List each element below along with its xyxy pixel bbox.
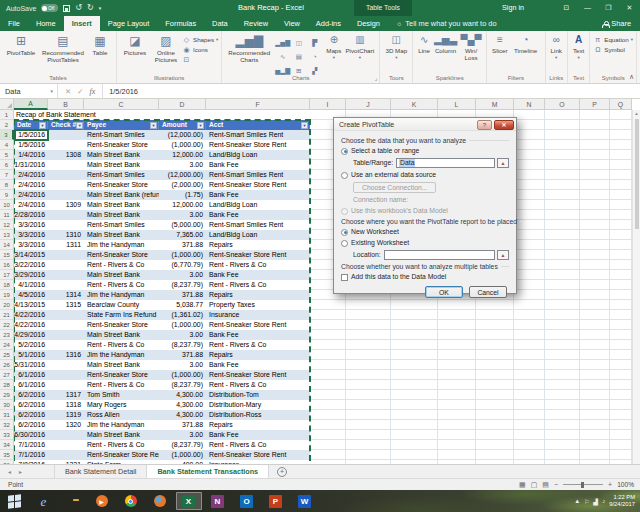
cell[interactable]: 3.00 [159,210,206,220]
cell[interactable] [48,220,84,230]
cell[interactable]: Rent - Rivers & Co [206,260,310,270]
cell[interactable]: (8,237.79) [159,340,206,350]
row-header-1[interactable]: 1 [0,110,14,120]
cell[interactable]: 7,365.00 [159,230,206,240]
pivottable-button[interactable]: ⊞PivotTable [3,33,39,56]
row-header-23[interactable]: 23 [0,330,14,340]
cell[interactable]: Rent - Rivers & Co [84,380,159,390]
cell[interactable]: 6/2/2016 [14,390,48,400]
customize-qat-icon[interactable]: ▾ [99,4,102,12]
cell-a1[interactable]: Recap of Bank Statement [14,110,310,120]
cell[interactable]: 4/13/2015 [14,300,48,310]
cell[interactable]: 1317 [48,390,84,400]
cell[interactable]: State Farm Ins Refund [84,310,159,320]
cell[interactable] [48,380,84,390]
cell[interactable]: (1,000.00) [159,450,206,460]
location-range-selector-icon[interactable]: ▲ [497,250,509,260]
cell[interactable]: Jim the Handyman [84,290,159,300]
column-header-q[interactable]: Q [610,99,632,110]
start-button[interactable] [2,492,28,510]
cell[interactable]: 3.00 [159,160,206,170]
cell[interactable]: (8,237.79) [159,380,206,390]
dialog-close-button[interactable]: ✕ [494,120,514,130]
cell[interactable]: 1310 [48,230,84,240]
dialog-launcher-icon[interactable]: ⌟ [374,74,377,83]
zoom-in-icon[interactable]: + [608,481,612,488]
row-header-17[interactable]: 17 [0,270,14,280]
cell[interactable]: (1.75) [159,190,206,200]
cell[interactable]: 12,000.00 [159,150,206,160]
enter-entry-icon[interactable]: ✓ [77,87,83,96]
autosave-toggle[interactable]: Off [41,4,58,12]
cell[interactable]: 1309 [48,200,84,210]
cell[interactable]: Jim the Handyman [84,420,159,430]
cell[interactable]: Main Street Bank [84,210,159,220]
cell[interactable]: 5/1/2016 [14,350,48,360]
row-header-22[interactable]: 22 [0,320,14,330]
cell[interactable] [48,340,84,350]
taskbar-powerpoint[interactable]: P [263,492,289,510]
row-header-28[interactable]: 28 [0,380,14,390]
cell[interactable]: Rent-Sneaker Store Rent [206,370,310,380]
cell[interactable]: 4/1/2016 [14,280,48,290]
cell[interactable]: 4/22/2016 [14,310,48,320]
cell[interactable]: Distribution-Tom [206,390,310,400]
cell[interactable]: Main Street Bank [84,330,159,340]
cell[interactable]: Rent-Sneaker Store [84,140,159,150]
redo-icon[interactable]: ↻ [87,4,94,12]
save-icon[interactable] [63,5,70,12]
row-header-20[interactable]: 20 [0,300,14,310]
3d-map-button[interactable]: ◫3D Map▾ [383,33,409,61]
cell[interactable]: Rent-Smart Smiles [84,170,159,180]
network-icon[interactable]: ▟ [594,498,599,505]
cell[interactable]: 1316 [48,350,84,360]
cell[interactable]: 3.00 [159,330,206,340]
cell[interactable]: 1/5/2016 [14,140,48,150]
cell[interactable]: 1/4/2016 [14,150,48,160]
cell[interactable]: Rent - Rivers & Co [206,380,310,390]
cell[interactable]: 1314 [48,290,84,300]
cell[interactable]: 6/2/2016 [14,410,48,420]
cell[interactable]: (2,000.00) [159,180,206,190]
cell[interactable]: Repairs [206,350,310,360]
cell[interactable]: Main Street Bank [84,150,159,160]
row-header-10[interactable]: 10 [0,200,14,210]
row-header-3[interactable]: 3 [0,130,14,140]
cell[interactable]: 7/1/2016 [14,450,48,460]
cell[interactable]: 3/14/2015 [14,250,48,260]
cell[interactable]: 5/2/2016 [14,340,48,350]
recommended-pivottables-button[interactable]: ▤Recommended PivotTables [39,33,87,63]
row-header-11[interactable]: 11 [0,210,14,220]
cell[interactable] [48,270,84,280]
cell[interactable]: (1,000.00) [159,370,206,380]
cell[interactable]: 1311 [48,240,84,250]
cell[interactable] [48,160,84,170]
cell[interactable]: Rent-Sneaker Store Rent [206,320,310,330]
tab-data[interactable]: Data [204,16,236,31]
cell[interactable]: Bank Fee [206,160,310,170]
cell[interactable]: Insurance [206,310,310,320]
cell[interactable]: Rent-Sneaker Store [84,250,159,260]
page-layout-view-icon[interactable]: ▢ [531,481,538,489]
cell[interactable]: Rent - Rivers & Co [206,280,310,290]
cell[interactable] [48,330,84,340]
name-box-dropdown-icon[interactable]: ▼ [50,89,57,94]
cell[interactable]: Rent - Rivers & Co [206,340,310,350]
cell[interactable]: Property Taxes [206,300,310,310]
symbol-button[interactable]: ΩSymbol [593,46,633,54]
sheet-tab-bank-statement-detail[interactable]: Bank Statement Detail [54,465,148,478]
row-header-15[interactable]: 15 [0,250,14,260]
table-header-amount[interactable]: Amount▼ [159,120,206,130]
cell[interactable]: 5,038.77 [159,300,206,310]
link-button[interactable]: ∞Link▾ [549,33,564,61]
cell[interactable]: Rent - Rivers & Co [84,280,159,290]
tab-design[interactable]: Design [349,16,388,31]
row-header-7[interactable]: 7 [0,170,14,180]
cell[interactable]: (1,000.00) [159,320,206,330]
cell[interactable]: (12,000.00) [159,130,206,140]
cell[interactable] [48,280,84,290]
cell[interactable]: Rent-Smart Smiles Rent [206,170,310,180]
filter-dropdown-icon[interactable]: ▼ [39,122,46,129]
cell[interactable]: Main Street Bank [84,430,159,440]
cell[interactable]: 6/1/2016 [14,370,48,380]
